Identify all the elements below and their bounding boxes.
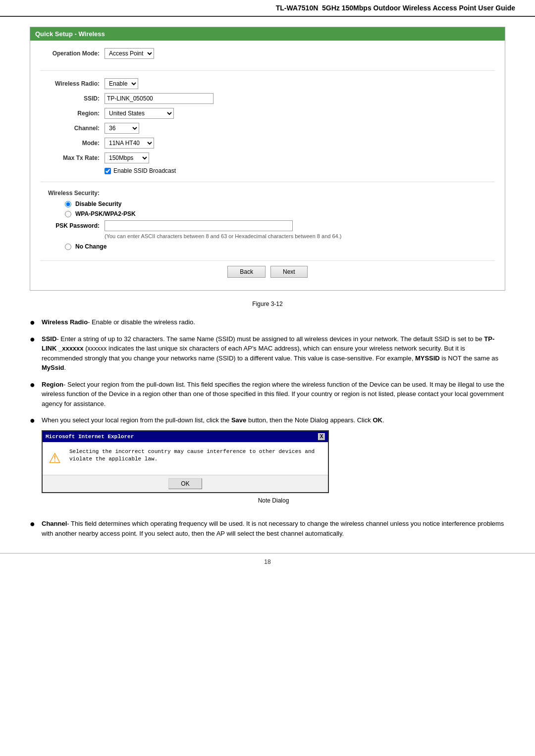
bullet-text-channel: Channel- This field determines which ope… bbox=[42, 519, 505, 538]
mode-row: Mode: 11NA HT40 bbox=[40, 138, 495, 149]
disable-security-row: Disable Security bbox=[65, 201, 495, 207]
ssid-input[interactable] bbox=[105, 93, 214, 104]
ssid-row: SSID: bbox=[40, 93, 495, 104]
mode-label: Mode: bbox=[40, 140, 105, 147]
button-row: Back Next bbox=[40, 260, 495, 283]
mode-control: 11NA HT40 bbox=[105, 138, 154, 149]
region-label: Region: bbox=[40, 110, 105, 117]
form-section-top: Operation Mode: Access Point bbox=[40, 48, 495, 71]
bullet-text-region: Region- Select your region from the pull… bbox=[42, 380, 505, 409]
disable-security-radio[interactable] bbox=[65, 201, 71, 207]
ssid-label: SSID: bbox=[40, 95, 105, 102]
psk-password-label: PSK Password: bbox=[40, 222, 105, 229]
note-dialog: Microsoft Internet Explorer X ⚠ Selectin… bbox=[42, 430, 329, 494]
no-change-radio[interactable] bbox=[65, 244, 71, 250]
main-content: Quick Setup - Wireless Operation Mode: A… bbox=[0, 27, 535, 538]
panel-body: Operation Mode: Access Point Wireless Ra… bbox=[30, 41, 505, 290]
page-header: TL-WA7510N 5GHz 150Mbps Outdoor Wireless… bbox=[0, 0, 535, 17]
psk-password-row: PSK Password: bbox=[40, 220, 495, 231]
wireless-settings-section: Wireless Radio: Enable SSID: bbox=[40, 78, 495, 182]
bullet-dot-3: ● bbox=[30, 380, 38, 389]
dialog-ok-button[interactable]: OK bbox=[168, 478, 202, 489]
operation-mode-row: Operation Mode: Access Point bbox=[40, 48, 495, 59]
operation-mode-control: Access Point bbox=[105, 48, 154, 59]
dialog-titlebar: Microsoft Internet Explorer X bbox=[43, 431, 328, 443]
mode-select[interactable]: 11NA HT40 bbox=[105, 138, 154, 149]
figure-caption: Figure 3-12 bbox=[30, 301, 505, 307]
bullet-text-save-note: When you select your local region from t… bbox=[42, 415, 505, 512]
operation-mode-select[interactable]: Access Point bbox=[105, 48, 154, 59]
bullet-text-wireless-radio: Wireless Radio- Enable or disable the wi… bbox=[42, 317, 505, 327]
ssid-broadcast-row: Enable SSID Broadcast bbox=[105, 167, 495, 174]
channel-control: 36 bbox=[105, 123, 139, 134]
psk-hint: (You can enter ASCII characters between … bbox=[105, 233, 495, 239]
security-title-row: Wireless Security: bbox=[40, 190, 495, 197]
next-button[interactable]: Next bbox=[270, 266, 308, 278]
wpa-label: WPA-PSK/WPA2-PSK bbox=[75, 210, 136, 217]
no-change-row: No Change bbox=[65, 243, 495, 250]
page-footer: 18 bbox=[0, 553, 535, 570]
dialog-close-button[interactable]: X bbox=[318, 433, 325, 440]
warning-icon: ⚠ bbox=[49, 448, 64, 469]
panel-title: Quick Setup - Wireless bbox=[30, 27, 505, 41]
bullet-text-ssid: SSID- Enter a string of up to 32 charact… bbox=[42, 334, 505, 373]
bullet-ssid: ● SSID- Enter a string of up to 32 chara… bbox=[30, 334, 505, 373]
no-change-label: No Change bbox=[75, 243, 107, 250]
ssid-control bbox=[105, 93, 214, 104]
dialog-title: Microsoft Internet Explorer bbox=[46, 433, 134, 441]
wpa-option-row: WPA-PSK/WPA2-PSK bbox=[65, 210, 495, 217]
bullet-dot-5: ● bbox=[30, 519, 38, 528]
page-number: 18 bbox=[264, 558, 270, 565]
quick-setup-panel: Quick Setup - Wireless Operation Mode: A… bbox=[30, 27, 505, 291]
note-caption: Note Dialog bbox=[42, 496, 505, 505]
channel-label: Channel: bbox=[40, 125, 105, 132]
region-row: Region: United States bbox=[40, 108, 495, 119]
wireless-radio-select[interactable]: Enable bbox=[105, 78, 138, 89]
dialog-message: Selecting the incorrect country may caus… bbox=[69, 448, 322, 463]
ssid-broadcast-label: Enable SSID Broadcast bbox=[113, 167, 176, 174]
bullet-channel: ● Channel- This field determines which o… bbox=[30, 519, 505, 538]
max-tx-rate-label: Max Tx Rate: bbox=[40, 154, 105, 161]
header-title: TL-WA7510N 5GHz 150Mbps Outdoor Wireless… bbox=[276, 4, 515, 12]
disable-security-label: Disable Security bbox=[75, 201, 121, 207]
region-control: United States bbox=[105, 108, 174, 119]
back-button[interactable]: Back bbox=[227, 266, 266, 278]
wireless-radio-label: Wireless Radio: bbox=[40, 80, 105, 87]
channel-row: Channel: 36 bbox=[40, 123, 495, 134]
model-name: TL-WA7510N bbox=[276, 4, 319, 12]
wireless-security-label: Wireless Security: bbox=[40, 190, 105, 197]
wireless-radio-control: Enable bbox=[105, 78, 138, 89]
dialog-body: ⚠ Selecting the incorrect country may ca… bbox=[43, 442, 328, 475]
max-tx-rate-row: Max Tx Rate: 150Mbps bbox=[40, 152, 495, 163]
bullet-dot-4: ● bbox=[30, 416, 38, 425]
bullet-dot-1: ● bbox=[30, 318, 38, 327]
operation-mode-label: Operation Mode: bbox=[40, 50, 105, 57]
bullet-save-note: ● When you select your local region from… bbox=[30, 415, 505, 512]
region-select[interactable]: United States bbox=[105, 108, 174, 119]
channel-select[interactable]: 36 bbox=[105, 123, 139, 134]
bullet-wireless-radio: ● Wireless Radio- Enable or disable the … bbox=[30, 317, 505, 327]
wireless-radio-row: Wireless Radio: Enable bbox=[40, 78, 495, 89]
dialog-buttons: OK bbox=[43, 475, 328, 492]
header-subtitle: 5GHz 150Mbps Outdoor Wireless Access Poi… bbox=[322, 4, 515, 12]
psk-password-input[interactable] bbox=[105, 220, 293, 231]
wpa-radio[interactable] bbox=[65, 211, 71, 217]
ssid-broadcast-checkbox[interactable] bbox=[105, 168, 111, 174]
bullet-section: ● Wireless Radio- Enable or disable the … bbox=[30, 317, 505, 538]
bullet-region: ● Region- Select your region from the pu… bbox=[30, 380, 505, 409]
max-tx-rate-control: 150Mbps bbox=[105, 152, 149, 163]
wireless-security-section: Wireless Security: Disable Security WPA-… bbox=[40, 190, 495, 258]
max-tx-rate-select[interactable]: 150Mbps bbox=[105, 152, 149, 163]
bullet-dot-2: ● bbox=[30, 335, 38, 344]
